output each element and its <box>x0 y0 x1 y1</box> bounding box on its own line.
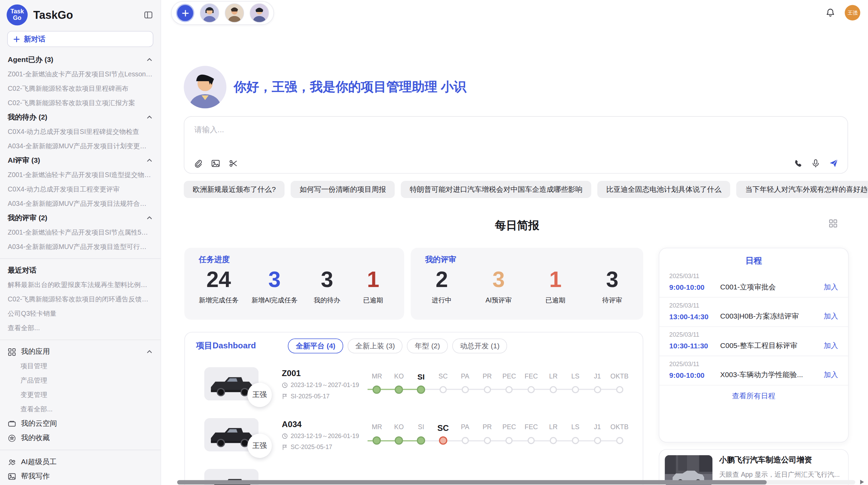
layout-grid-icon[interactable] <box>829 219 837 228</box>
card-title: 任务进度 <box>199 255 390 265</box>
recent-chat-item[interactable]: C02-飞腾新能源轻客改款项目的闭环通告反馈情况 <box>0 292 160 307</box>
suggestion-chip[interactable]: 比亚迪全固态电池计划具体说了什么 <box>598 181 731 198</box>
add-agent-button[interactable] <box>176 4 194 22</box>
stat: 24新增完成任务 <box>199 266 239 306</box>
section-my-review[interactable]: 我的评审 (2) <box>0 211 160 225</box>
app-link-change-mgmt[interactable]: 变更管理 <box>0 388 160 402</box>
chat-composer <box>184 116 848 174</box>
suggestion-chip[interactable]: 如何写一份清晰的项目周报 <box>291 181 395 198</box>
project-row[interactable]: 王强 A034 2023-12-19～2026-01-19 SC-2025-05… <box>185 409 642 460</box>
milestone-dot <box>373 385 381 394</box>
tab-new-body[interactable]: 全新上装 (3) <box>348 338 403 353</box>
send-icon[interactable] <box>829 158 839 168</box>
sidebar-item[interactable]: A034-全新新能源MUV产品开发项目法规符合性评审 <box>0 196 160 211</box>
sidebar-item[interactable]: C0X4-动力总成开发项目工程变更评审 <box>0 182 160 196</box>
main-area: 王强 你好，王强，我是你的项目管理助理 小识 欧洲新规最近颁布了什么? 如 <box>161 0 868 485</box>
project-dates: 2023-12-19～2026-01-19 <box>282 432 366 440</box>
section-agent-done[interactable]: Agent已办 (3) <box>0 52 160 67</box>
join-link[interactable]: 加入 <box>824 311 838 321</box>
image-icon[interactable] <box>211 159 220 168</box>
project-dates: 2023-12-19～2027-01-19 <box>282 381 366 389</box>
scissors-icon[interactable] <box>229 159 238 168</box>
sidebar-item-my-apps[interactable]: 我的应用 <box>0 345 160 359</box>
sidebar-item[interactable]: Z001-全新燃油轻卡产品开发项目SI节点属性5D文件评审 <box>0 225 160 239</box>
cloud-space-label: 我的云空间 <box>21 419 57 428</box>
horizontal-scrollbar-thumb[interactable] <box>177 480 767 485</box>
sidebar-item[interactable]: A034-全新新能源MUV产品开发项目计划变更表编写 <box>0 139 160 153</box>
chevron-up-icon[interactable] <box>146 57 153 63</box>
sidebar-item-ai-super-staff[interactable]: AI超级员工 <box>0 455 160 469</box>
sidebar-item[interactable]: C02-飞腾新能源轻客改款项目里程碑画布 <box>0 81 160 96</box>
chevron-up-icon[interactable] <box>146 348 153 355</box>
view-all-schedule-link[interactable]: 查看所有日程 <box>659 386 848 407</box>
user-avatar[interactable]: 王强 <box>845 5 860 21</box>
join-link[interactable]: 加入 <box>824 282 838 292</box>
milestone-dot <box>395 385 403 394</box>
schedule-item[interactable]: 2025/03/11 9:00-10:00 C001-立项审批会 加入 <box>659 268 848 298</box>
suggestion-chip[interactable]: 欧洲新规最近颁布了什么? <box>184 181 285 198</box>
event-date: 2025/03/11 <box>669 302 838 309</box>
chevron-up-icon[interactable] <box>146 114 153 121</box>
milestone-dots <box>366 383 630 396</box>
tab-powertrain[interactable]: 动总开发 (1) <box>452 338 507 353</box>
app-link-project-mgmt[interactable]: 项目管理 <box>0 359 160 373</box>
sidebar-item[interactable]: Z001-全新燃油皮卡产品开发项目SI节点Lesson Learn报告 <box>0 67 160 81</box>
collapse-sidebar-icon[interactable] <box>143 9 154 20</box>
horizontal-scrollbar-track[interactable] <box>177 480 855 485</box>
microphone-icon[interactable] <box>811 159 820 168</box>
schedule-item[interactable]: 2025/03/11 13:00-14:30 C003|H0B-方案冻结评审 加… <box>659 298 848 327</box>
milestone-dot <box>594 437 601 444</box>
agent-avatar[interactable] <box>250 3 269 23</box>
chevron-up-icon[interactable] <box>146 215 153 221</box>
section-my-todo[interactable]: 我的待办 (2) <box>0 110 160 124</box>
milestone-label: PEC <box>498 372 520 381</box>
project-dashboard-card: 项目Dashboard 全新平台 (4) 全新上装 (3) 年型 (2) 动总开… <box>184 332 643 485</box>
milestone-label-current: SI <box>410 372 432 381</box>
sidebar-item-help-write[interactable]: 帮我写作 <box>0 469 160 483</box>
new-chat-button[interactable]: 新对话 <box>7 31 153 47</box>
sidebar-item-creative-draw[interactable]: 创意制图 <box>0 483 160 485</box>
suggestion-chip[interactable]: 特朗普可能对进口汽车增税会对中国车企造成哪些影响 <box>401 181 591 198</box>
tab-new-platform[interactable]: 全新平台 (4) <box>288 338 343 353</box>
app-link-product-mgmt[interactable]: 产品管理 <box>0 373 160 388</box>
agent-avatar[interactable] <box>225 3 244 23</box>
daily-briefing-title: 每日简报 <box>184 218 850 233</box>
chevron-up-icon[interactable] <box>146 157 153 164</box>
suggestion-chip[interactable]: 当下年轻人对汽车外观有怎样的喜好趋势 <box>736 181 868 198</box>
sidebar-item-cloud-space[interactable]: 我的云空间 <box>0 416 160 431</box>
join-link[interactable]: 加入 <box>824 370 838 380</box>
phone-icon[interactable] <box>793 159 803 168</box>
divider <box>0 450 160 450</box>
attachment-icon[interactable] <box>193 159 203 168</box>
project-row[interactable]: 王强 Z001 2023-12-19～2027-01-19 SI-2025-05… <box>185 358 642 409</box>
milestone-label: LR <box>542 372 564 381</box>
section-title: Agent已办 (3) <box>8 55 53 65</box>
app-link-view-all[interactable]: 查看全部... <box>0 402 160 416</box>
agent-avatar[interactable] <box>200 3 219 23</box>
event-title: C005-整车工程目标评审 <box>720 341 818 351</box>
recent-chat-item[interactable]: 解释最新出台的欧盟报废车法规再生塑料比例被调至15%... <box>0 278 160 292</box>
scroll-right-arrow-icon[interactable] <box>859 479 865 485</box>
join-link[interactable]: 加入 <box>824 341 838 351</box>
milestone-dot <box>417 385 425 394</box>
recent-chat-item[interactable]: 公司Q3轻卡销量 <box>0 307 160 321</box>
event-date: 2025/03/11 <box>669 331 838 338</box>
sidebar-item-favorites[interactable]: 我的收藏 <box>0 431 160 445</box>
news-card[interactable]: 小鹏飞行汽车制造公司增资 天眼查 App 显示，近日广州汇天飞行汽... <box>659 449 849 485</box>
sidebar-item[interactable]: A034-全新新能源MUV产品开发项目造型可行性评审 <box>0 239 160 254</box>
sidebar-item[interactable]: Z001-全新燃油轻卡产品开发项目SI造型提交物评审 <box>0 167 160 182</box>
schedule-item[interactable]: 2025/03/11 9:00-10:00 X003-车辆动力学性能验... 加… <box>659 356 848 386</box>
sidebar-item[interactable]: C0X4-动力总成开发项目SI里程碑提交物检查 <box>0 124 160 139</box>
notification-bell-icon[interactable] <box>825 8 835 18</box>
sidebar-item[interactable]: C02-飞腾新能源轻客改款项目立项汇报方案 <box>0 96 160 110</box>
section-title: 最近对话 <box>8 265 37 275</box>
recent-chat-item[interactable]: 查看全部... <box>0 321 160 335</box>
schedule-item[interactable]: 2025/03/11 10:30-11:30 C005-整车工程目标评审 加入 <box>659 327 848 356</box>
chat-input[interactable] <box>184 117 848 154</box>
topbar-right: 王强 <box>825 5 860 21</box>
tab-year-model[interactable]: 年型 (2) <box>407 338 448 353</box>
greeting-text: 你好，王强，我是你的项目管理助理 小识 <box>233 78 466 96</box>
section-ai-review[interactable]: AI评审 (3) <box>0 153 160 167</box>
milestone-label: MR <box>366 423 388 432</box>
dashboard-header: 项目Dashboard 全新平台 (4) 全新上装 (3) 年型 (2) 动总开… <box>185 332 642 358</box>
